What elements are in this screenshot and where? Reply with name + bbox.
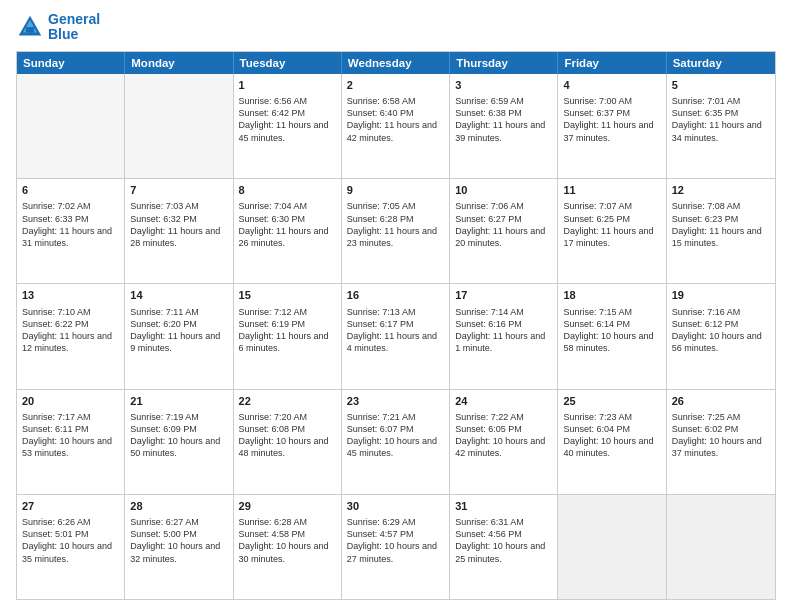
day-number: 22: [239, 394, 336, 409]
cell-text: Daylight: 10 hours and 53 minutes.: [22, 435, 119, 459]
cell-text: Daylight: 11 hours and 28 minutes.: [130, 225, 227, 249]
cell-text: Daylight: 10 hours and 56 minutes.: [672, 330, 770, 354]
day-number: 3: [455, 78, 552, 93]
header-day-tuesday: Tuesday: [234, 52, 342, 74]
day-number: 6: [22, 183, 119, 198]
cell-text: Sunset: 6:07 PM: [347, 423, 444, 435]
day-number: 16: [347, 288, 444, 303]
header-day-thursday: Thursday: [450, 52, 558, 74]
cell-text: Sunset: 6:19 PM: [239, 318, 336, 330]
cell-text: Sunrise: 7:11 AM: [130, 306, 227, 318]
cell-text: Sunset: 6:37 PM: [563, 107, 660, 119]
cell-text: Sunset: 6:32 PM: [130, 213, 227, 225]
cell-text: Sunrise: 7:14 AM: [455, 306, 552, 318]
header-day-saturday: Saturday: [667, 52, 775, 74]
cell-text: Daylight: 10 hours and 35 minutes.: [22, 540, 119, 564]
calendar-cell-day-25: 25Sunrise: 7:23 AMSunset: 6:04 PMDayligh…: [558, 390, 666, 494]
day-number: 29: [239, 499, 336, 514]
calendar-cell-day-10: 10Sunrise: 7:06 AMSunset: 6:27 PMDayligh…: [450, 179, 558, 283]
day-number: 9: [347, 183, 444, 198]
cell-text: Sunset: 6:22 PM: [22, 318, 119, 330]
cell-text: Sunrise: 7:19 AM: [130, 411, 227, 423]
calendar-cell-day-1: 1Sunrise: 6:56 AMSunset: 6:42 PMDaylight…: [234, 74, 342, 178]
header-day-friday: Friday: [558, 52, 666, 74]
calendar-cell-day-11: 11Sunrise: 7:07 AMSunset: 6:25 PMDayligh…: [558, 179, 666, 283]
cell-text: Sunset: 4:56 PM: [455, 528, 552, 540]
calendar-cell-day-12: 12Sunrise: 7:08 AMSunset: 6:23 PMDayligh…: [667, 179, 775, 283]
day-number: 28: [130, 499, 227, 514]
logo-text: General Blue: [48, 12, 100, 43]
cell-text: Sunset: 4:58 PM: [239, 528, 336, 540]
logo-icon: [16, 13, 44, 41]
calendar-cell-day-2: 2Sunrise: 6:58 AMSunset: 6:40 PMDaylight…: [342, 74, 450, 178]
calendar-cell-day-27: 27Sunrise: 6:26 AMSunset: 5:01 PMDayligh…: [17, 495, 125, 599]
cell-text: Sunrise: 7:07 AM: [563, 200, 660, 212]
calendar-cell-day-26: 26Sunrise: 7:25 AMSunset: 6:02 PMDayligh…: [667, 390, 775, 494]
cell-text: Daylight: 11 hours and 20 minutes.: [455, 225, 552, 249]
day-number: 11: [563, 183, 660, 198]
cell-text: Daylight: 11 hours and 34 minutes.: [672, 119, 770, 143]
cell-text: Sunset: 6:08 PM: [239, 423, 336, 435]
cell-text: Sunset: 6:38 PM: [455, 107, 552, 119]
cell-text: Sunrise: 7:06 AM: [455, 200, 552, 212]
cell-text: Sunrise: 6:28 AM: [239, 516, 336, 528]
day-number: 2: [347, 78, 444, 93]
calendar-cell-day-9: 9Sunrise: 7:05 AMSunset: 6:28 PMDaylight…: [342, 179, 450, 283]
calendar-cell-day-18: 18Sunrise: 7:15 AMSunset: 6:14 PMDayligh…: [558, 284, 666, 388]
day-number: 25: [563, 394, 660, 409]
cell-text: Sunrise: 6:58 AM: [347, 95, 444, 107]
cell-text: Sunset: 6:40 PM: [347, 107, 444, 119]
cell-text: Sunset: 6:05 PM: [455, 423, 552, 435]
calendar-body: 1Sunrise: 6:56 AMSunset: 6:42 PMDaylight…: [17, 74, 775, 599]
calendar-cell-empty: [125, 74, 233, 178]
calendar-cell-day-31: 31Sunrise: 6:31 AMSunset: 4:56 PMDayligh…: [450, 495, 558, 599]
day-number: 8: [239, 183, 336, 198]
cell-text: Sunset: 6:28 PM: [347, 213, 444, 225]
cell-text: Daylight: 11 hours and 26 minutes.: [239, 225, 336, 249]
day-number: 7: [130, 183, 227, 198]
calendar-cell-empty: [17, 74, 125, 178]
calendar-cell-day-3: 3Sunrise: 6:59 AMSunset: 6:38 PMDaylight…: [450, 74, 558, 178]
day-number: 26: [672, 394, 770, 409]
cell-text: Sunset: 6:17 PM: [347, 318, 444, 330]
cell-text: Sunset: 6:12 PM: [672, 318, 770, 330]
cell-text: Sunset: 5:01 PM: [22, 528, 119, 540]
logo: General Blue: [16, 12, 100, 43]
page: General Blue SundayMondayTuesdayWednesda…: [0, 0, 792, 612]
calendar-cell-day-23: 23Sunrise: 7:21 AMSunset: 6:07 PMDayligh…: [342, 390, 450, 494]
cell-text: Sunset: 6:20 PM: [130, 318, 227, 330]
cell-text: Sunrise: 6:31 AM: [455, 516, 552, 528]
cell-text: Sunrise: 7:10 AM: [22, 306, 119, 318]
cell-text: Sunset: 6:25 PM: [563, 213, 660, 225]
cell-text: Daylight: 11 hours and 12 minutes.: [22, 330, 119, 354]
cell-text: Sunset: 6:14 PM: [563, 318, 660, 330]
calendar-cell-day-30: 30Sunrise: 6:29 AMSunset: 4:57 PMDayligh…: [342, 495, 450, 599]
cell-text: Sunrise: 7:02 AM: [22, 200, 119, 212]
calendar-cell-empty: [558, 495, 666, 599]
day-number: 19: [672, 288, 770, 303]
cell-text: Sunset: 6:42 PM: [239, 107, 336, 119]
calendar-cell-day-20: 20Sunrise: 7:17 AMSunset: 6:11 PMDayligh…: [17, 390, 125, 494]
calendar-cell-day-15: 15Sunrise: 7:12 AMSunset: 6:19 PMDayligh…: [234, 284, 342, 388]
cell-text: Daylight: 11 hours and 17 minutes.: [563, 225, 660, 249]
cell-text: Sunset: 6:04 PM: [563, 423, 660, 435]
cell-text: Sunrise: 6:59 AM: [455, 95, 552, 107]
calendar-cell-day-6: 6Sunrise: 7:02 AMSunset: 6:33 PMDaylight…: [17, 179, 125, 283]
day-number: 10: [455, 183, 552, 198]
svg-rect-2: [26, 27, 34, 33]
cell-text: Sunrise: 7:23 AM: [563, 411, 660, 423]
cell-text: Daylight: 11 hours and 23 minutes.: [347, 225, 444, 249]
day-number: 30: [347, 499, 444, 514]
cell-text: Sunset: 6:11 PM: [22, 423, 119, 435]
cell-text: Sunset: 6:09 PM: [130, 423, 227, 435]
calendar-header: SundayMondayTuesdayWednesdayThursdayFrid…: [17, 52, 775, 74]
calendar-cell-day-8: 8Sunrise: 7:04 AMSunset: 6:30 PMDaylight…: [234, 179, 342, 283]
cell-text: Sunset: 6:16 PM: [455, 318, 552, 330]
cell-text: Sunset: 6:27 PM: [455, 213, 552, 225]
cell-text: Daylight: 10 hours and 58 minutes.: [563, 330, 660, 354]
day-number: 18: [563, 288, 660, 303]
cell-text: Daylight: 10 hours and 40 minutes.: [563, 435, 660, 459]
day-number: 5: [672, 78, 770, 93]
calendar-row-4: 27Sunrise: 6:26 AMSunset: 5:01 PMDayligh…: [17, 494, 775, 599]
cell-text: Daylight: 10 hours and 32 minutes.: [130, 540, 227, 564]
